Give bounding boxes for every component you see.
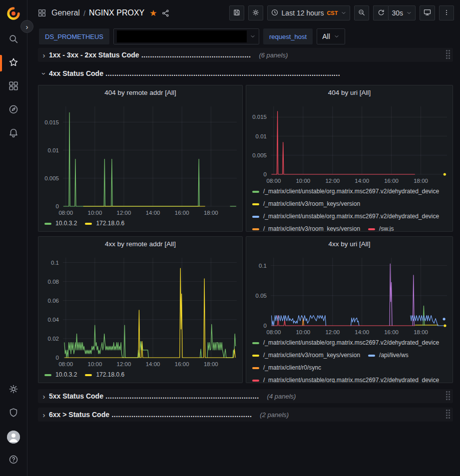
legend-item[interactable]: /_matrix/client/unstable/org.matrix.msc2… <box>252 188 439 195</box>
dashboard-settings-button[interactable] <box>248 5 263 20</box>
row-panel-count: (2 panels) <box>260 411 289 419</box>
svg-text:12:00: 12:00 <box>117 210 131 216</box>
grafana-logo[interactable] <box>6 6 21 21</box>
sidebar-item-dashboards[interactable] <box>0 75 27 98</box>
legend-item[interactable]: /_matrix/client/unstable/org.matrix.msc2… <box>252 377 439 383</box>
legend-item[interactable]: /sw.js <box>368 225 394 231</box>
svg-text:08:00: 08:00 <box>267 178 281 184</box>
toolbar: Last 12 hours CST 30s <box>229 5 454 20</box>
row-6xx[interactable]: › 6xx > Status Code ....................… <box>38 408 453 422</box>
clock-icon <box>271 8 279 18</box>
sidebar: › <box>0 0 27 476</box>
svg-text:0: 0 <box>264 171 267 177</box>
drag-handle-icon[interactable] <box>446 410 450 419</box>
timeseries-chart[interactable]: 00.020.040.060.080.108:0010:0012:0014:00… <box>40 251 241 370</box>
svg-text:08:00: 08:00 <box>58 361 73 367</box>
sidebar-item-settings[interactable] <box>0 378 27 402</box>
panel-404-by-uri: 404 by uri [All] 00.0050.010.01508:0010:… <box>246 85 453 232</box>
row-leader-dots: ........................................… <box>109 411 252 419</box>
legend-item[interactable]: /_matrix/client/unstable/org.matrix.msc2… <box>252 213 439 220</box>
timeseries-chart[interactable]: 00.0050.010.01508:0010:0012:0014:0016:00… <box>248 99 451 186</box>
svg-text:18:00: 18:00 <box>414 329 428 335</box>
breadcrumb-section[interactable]: General <box>51 8 80 17</box>
legend-item[interactable]: 172.18.0.6 <box>85 371 124 379</box>
refresh-button[interactable] <box>373 5 388 20</box>
sidebar-item-alerting[interactable] <box>0 122 27 145</box>
variables-bar: DS_PROMETHEUS request_host All <box>28 26 460 47</box>
tv-mode-button[interactable] <box>420 5 435 20</box>
kebab-menu-icon <box>443 8 450 18</box>
legend-item[interactable]: /_matrix/client/v3/room_keys/version <box>252 352 360 359</box>
dashboard-header: General / NGINX PROXY ★ Last 12 hours CS… <box>28 0 460 26</box>
svg-text:14:00: 14:00 <box>146 361 160 367</box>
row-1xx-3xx-2xx[interactable]: › 1xx - 3xx - 2xx Status Code ..........… <box>38 48 453 62</box>
sidebar-item-admin[interactable] <box>0 402 27 425</box>
panel-404-by-remote-addr: 404 by remote addr [All] 00.0050.010.015… <box>38 85 243 232</box>
help-icon <box>8 454 19 467</box>
legend-item[interactable]: 172.18.0.6 <box>85 220 124 227</box>
legend-item[interactable]: /_matrix/client/v3/room_keys/version <box>252 200 360 208</box>
kebab-menu-button[interactable] <box>439 5 454 20</box>
panel-title[interactable]: 404 by remote addr [All] <box>38 85 242 99</box>
user-avatar <box>7 431 20 444</box>
refresh-interval-dropdown[interactable]: 30s <box>388 5 416 20</box>
svg-text:0.06: 0.06 <box>48 298 59 304</box>
svg-text:18:00: 18:00 <box>204 210 218 216</box>
svg-text:12:00: 12:00 <box>325 178 340 184</box>
sidebar-item-help[interactable] <box>0 449 27 472</box>
row-panel-count: (4 panels) <box>267 393 296 400</box>
panel-title[interactable]: 4xx by uri [All] <box>246 237 453 251</box>
datasource-variable-label[interactable]: DS_PROMETHEUS <box>39 28 109 44</box>
svg-text:10:00: 10:00 <box>88 361 102 367</box>
sidebar-item-explore[interactable] <box>0 98 27 122</box>
svg-text:12:00: 12:00 <box>117 361 131 367</box>
svg-text:14:00: 14:00 <box>146 210 160 216</box>
time-range-picker[interactable]: Last 12 hours CST <box>267 5 351 20</box>
timeseries-chart[interactable]: 00.0050.010.01508:0010:0012:0014:0016:00… <box>40 99 241 218</box>
svg-text:0: 0 <box>56 355 59 361</box>
sidebar-item-profile[interactable] <box>0 425 27 449</box>
share-icon[interactable] <box>161 9 170 17</box>
drag-handle-icon[interactable] <box>446 391 450 400</box>
row-leader-dots: ........................................… <box>139 51 251 59</box>
zoom-out-button[interactable] <box>354 5 369 20</box>
svg-text:16:00: 16:00 <box>175 361 189 367</box>
drag-handle-icon[interactable] <box>446 50 450 59</box>
svg-text:0.1: 0.1 <box>51 260 59 266</box>
svg-text:16:00: 16:00 <box>384 178 399 184</box>
request-host-variable-dropdown[interactable]: All <box>317 28 345 44</box>
svg-text:14:00: 14:00 <box>355 329 369 335</box>
svg-text:16:00: 16:00 <box>384 329 399 335</box>
svg-text:08:00: 08:00 <box>267 329 281 335</box>
svg-text:10:00: 10:00 <box>296 178 310 184</box>
svg-text:0.04: 0.04 <box>48 317 59 323</box>
panel-title[interactable]: 404 by uri [All] <box>246 85 453 99</box>
legend-item[interactable]: /_matrix/client/unstable/org.matrix.msc2… <box>252 339 439 347</box>
row-title: 1xx - 3xx - 2xx Status Code <box>49 51 139 59</box>
panel-title[interactable]: 4xx by remote addr [All] <box>38 237 242 251</box>
legend-item[interactable]: /_matrix/client/v3/room_keys/version <box>252 225 360 231</box>
request-host-variable-label[interactable]: request_host <box>263 28 313 44</box>
sidebar-item-starred[interactable] <box>0 51 27 75</box>
legend-item[interactable]: 10.0.3.2 <box>44 220 77 227</box>
save-button[interactable] <box>229 5 244 20</box>
svg-text:0.05: 0.05 <box>256 293 267 299</box>
row-leader-dots: ........................................… <box>103 69 340 77</box>
chart-legend: 10.0.3.2172.18.0.6 <box>38 218 242 231</box>
legend-item[interactable]: /api/live/ws <box>368 352 409 359</box>
row-4xx[interactable]: › 4xx Status Code ......................… <box>38 66 453 80</box>
legend-item[interactable]: /_matrix/client/r0/sync <box>252 364 321 372</box>
timeseries-chart[interactable]: 00.050.108:0010:0012:0014:0016:0018:00 <box>248 251 451 338</box>
row-title: 4xx Status Code <box>49 69 103 77</box>
sidebar-expand-button[interactable]: › <box>20 20 33 33</box>
star-filled-icon[interactable]: ★ <box>149 8 157 18</box>
refresh-icon <box>377 8 385 18</box>
legend-item[interactable]: 10.0.3.2 <box>44 371 77 379</box>
svg-text:0.01: 0.01 <box>256 133 267 139</box>
chevron-down-icon <box>341 10 347 16</box>
breadcrumb-title: NGINX PROXY <box>89 8 144 17</box>
row-5xx[interactable]: › 5xx Status Code ......................… <box>38 389 453 403</box>
monitor-icon <box>423 8 432 18</box>
dashboard-content: › 1xx - 3xx - 2xx Status Code ..........… <box>28 47 460 422</box>
datasource-variable-dropdown[interactable] <box>113 28 259 44</box>
